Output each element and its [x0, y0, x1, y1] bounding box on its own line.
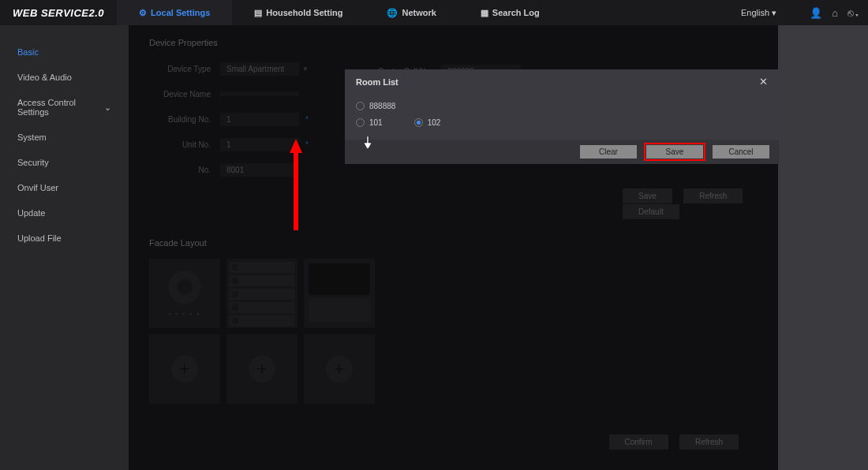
radio-label: 102 [428, 118, 441, 127]
sidebar-item-update[interactable]: Update [0, 200, 129, 226]
sidebar-item-security[interactable]: Security [0, 150, 129, 175]
clear-button[interactable]: Clear [580, 145, 637, 159]
sidebar-item-onvif-user[interactable]: Onvif User [0, 175, 129, 200]
gear-icon: ⚙ [139, 8, 147, 18]
logo: WEB SERVICE2.0 [0, 7, 117, 19]
language-selector[interactable]: English ▾ [741, 8, 776, 18]
globe-icon: 🌐 [387, 8, 398, 18]
logout-icon[interactable]: ⎋▾ [847, 7, 860, 19]
sidebar-item-system[interactable]: System [0, 125, 129, 150]
nav-local-settings[interactable]: ⚙Local Settings [117, 0, 232, 25]
nav-label: Search Log [492, 8, 540, 17]
nav-network[interactable]: 🌐Network [365, 0, 458, 25]
sidebar-item-basic[interactable]: Basic [0, 39, 129, 65]
chevron-down-icon: ▾ [772, 8, 776, 17]
building-icon: ▤ [254, 8, 262, 18]
sidebar-item-video-audio[interactable]: Video & Audio [0, 65, 129, 90]
nav-search-log[interactable]: ▦Search Log [458, 0, 562, 25]
list-icon: ▦ [481, 8, 488, 18]
sidebar-label: Access Control Settings [17, 98, 104, 117]
modal-save-button[interactable]: Save [646, 145, 703, 159]
nav-household-setting[interactable]: ▤Household Setting [232, 0, 365, 25]
sidebar-item-access-control[interactable]: Access Control Settings⌄ [0, 90, 129, 125]
close-icon[interactable]: ✕ [759, 76, 768, 88]
radio-888888[interactable] [356, 102, 365, 110]
sidebar-item-upload-file[interactable]: Upload File [0, 226, 129, 251]
cancel-button[interactable]: Cancel [713, 145, 769, 159]
content-gutter [778, 25, 868, 470]
nav-label: Local Settings [151, 8, 210, 17]
radio-101[interactable] [356, 118, 365, 127]
radio-label: 888888 [369, 102, 395, 110]
sidebar: Basic Video & Audio Access Control Setti… [0, 25, 129, 470]
user-icon[interactable]: 👤 [810, 7, 822, 19]
room-list-modal: Room List ✕ 888888 101 102 Clear Save Ca… [345, 69, 779, 164]
radio-label: 101 [369, 118, 383, 127]
home-icon[interactable]: ⌂ [832, 7, 838, 19]
nav-label: Household Setting [266, 8, 342, 17]
lang-label: English [741, 8, 769, 17]
nav-label: Network [402, 8, 436, 17]
chevron-down-icon: ⌄ [104, 103, 111, 113]
modal-title: Room List [356, 77, 398, 87]
radio-102[interactable] [414, 118, 423, 127]
